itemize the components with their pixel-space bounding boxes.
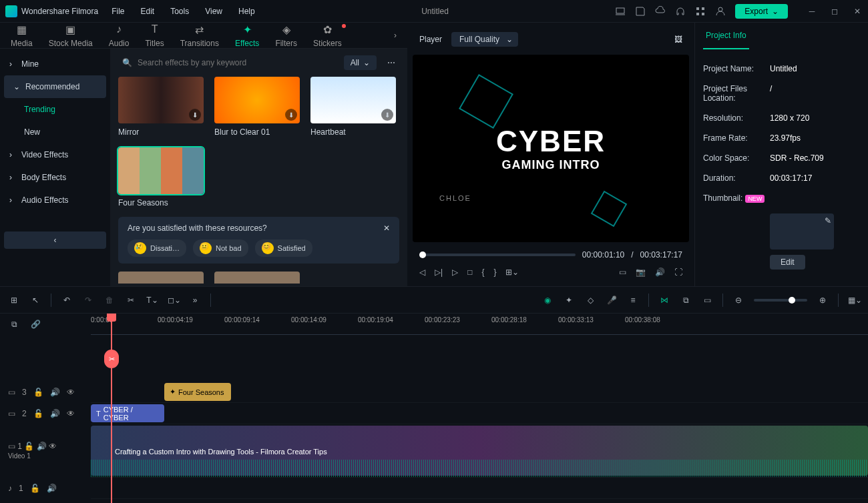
volume-icon[interactable]: 🔊 [655,268,665,277]
close-button[interactable]: ✕ [852,6,863,17]
progress-bar[interactable] [419,254,576,256]
eye-icon[interactable]: 👁 [67,388,75,397]
effect-card[interactable]: Four Seasons [118,147,204,207]
tab-stock-media[interactable]: ▣Stock Media [41,23,101,48]
download-icon[interactable]: ⬇ [189,109,201,121]
prev-frame-button[interactable]: ◁ [419,268,425,277]
tab-transitions[interactable]: ⇄Transitions [172,23,227,48]
sidebar-item-mine[interactable]: ›Mine [0,53,110,75]
delete-button[interactable]: 🗑 [103,296,116,305]
text-button[interactable]: T⌄ [146,296,158,305]
fullscreen-icon[interactable]: ⛶ [674,268,682,277]
project-info-tab[interactable]: Project Info [703,23,749,49]
display-button[interactable]: ▭ [619,268,626,277]
tab-titles[interactable]: TTitles [137,23,172,48]
sparkle-icon[interactable]: ✦ [563,296,575,305]
device-icon[interactable] [615,6,626,17]
filter-dropdown[interactable]: All⌄ [344,55,377,70]
track-view-button[interactable]: ▦⌄ [848,296,860,305]
progress-knob[interactable] [419,252,426,258]
layout-icon[interactable]: ⊞ [8,296,20,305]
download-icon[interactable]: ⬇ [381,109,393,121]
track-lane-3[interactable]: ✦Four Seasons [91,382,868,403]
track-head-1[interactable]: ▭ 1 🔓 🔊 👁Video 1 [0,424,91,478]
cloud-icon[interactable] [655,6,666,17]
play-button[interactable]: ▷ [452,268,458,277]
zoom-knob[interactable] [789,297,795,304]
edit-button[interactable]: Edit [770,255,805,270]
eye-icon[interactable]: 👁 [49,442,57,451]
user-icon[interactable] [715,6,726,17]
zoom-slider[interactable] [754,299,807,302]
effect-card[interactable]: ⬇ Heartbeat [310,77,396,137]
undo-button[interactable]: ↶ [61,296,73,305]
magnet-icon[interactable]: ⋈ [658,296,670,305]
mark-out-button[interactable]: } [493,268,496,277]
mute-icon[interactable]: 🔊 [37,442,47,451]
crop-button[interactable]: ◻⌄ [168,296,180,305]
marker-icon[interactable]: ▭ [701,296,713,305]
close-icon[interactable]: ✕ [383,223,390,233]
sidebar-item-video-effects[interactable]: ›Video Effects [0,143,110,166]
sidebar-sub-trending[interactable]: Trending [0,98,110,121]
tab-filters[interactable]: ◈Filters [267,23,305,48]
snapshot-icon[interactable]: 🖼 [674,35,682,44]
scissors-handle[interactable]: ✂ [104,350,119,368]
link-track-icon[interactable]: 🔗 [29,320,41,329]
minimize-button[interactable]: ─ [807,6,817,17]
sidebar-sub-new[interactable]: New [0,121,110,143]
shield-icon[interactable]: ◇ [584,296,596,305]
next-frame-button[interactable]: ▷| [435,268,443,277]
menu-edit[interactable]: Edit [141,7,155,16]
mic-icon[interactable]: 🎤 [606,296,618,305]
feedback-notbad[interactable]: 😐Not bad [193,239,248,257]
eye-icon[interactable]: 👁 [67,409,75,418]
effect-card[interactable]: ⬇ Mirror [118,77,204,137]
track-lane-audio[interactable] [91,478,868,499]
track-lane-2[interactable]: TCYBER / CYBER [91,403,868,424]
apps-icon[interactable] [695,6,706,17]
menu-file[interactable]: File [112,7,124,16]
zoom-out-button[interactable]: ⊖ [732,296,744,305]
tabs-more-button[interactable]: › [386,31,405,40]
track-head-3[interactable]: ▭3🔓🔊👁 [0,382,91,403]
link-icon[interactable]: ⧉ [680,296,692,305]
clip-title[interactable]: TCYBER / CYBER [91,404,164,422]
redo-button[interactable]: ↷ [82,296,94,305]
sidebar-item-recommended[interactable]: ⌄Recommended [4,75,106,98]
copy-icon[interactable]: ⧉ [8,320,20,329]
export-button[interactable]: Export ⌄ [735,4,788,19]
sidebar-item-body-effects[interactable]: ›Body Effects [0,166,110,189]
stop-button[interactable]: □ [467,268,472,277]
clip-effect[interactable]: ✦Four Seasons [164,383,231,401]
ai-icon[interactable]: ◉ [541,296,554,305]
tab-effects[interactable]: ✦Effects [227,23,267,48]
maximize-button[interactable]: ◻ [829,6,840,17]
menu-view[interactable]: View [205,7,222,16]
more-tools-button[interactable]: » [189,296,201,305]
headphones-icon[interactable] [675,6,686,17]
ratio-button[interactable]: ⊞⌄ [505,268,519,277]
sidebar-collapse-button[interactable]: ‹ [4,231,106,249]
tab-stickers[interactable]: ✿Stickers [305,23,350,48]
pencil-icon[interactable]: ✎ [825,216,831,225]
timeline-ruler[interactable]: 0:00:00 00:00:04:19 00:00:09:14 00:00:14… [91,314,868,335]
zoom-in-button[interactable]: ⊕ [817,296,829,305]
quality-dropdown[interactable]: Full Quality [451,32,518,47]
list-icon[interactable]: ≡ [627,296,639,305]
menu-help[interactable]: Help [238,7,255,16]
track-head-audio[interactable]: ♪1🔓🔊 [0,478,91,499]
timeline-tracks[interactable]: 0:00:00 00:00:04:19 00:00:09:14 00:00:14… [91,314,868,503]
search-input[interactable] [138,58,333,67]
effect-card-partial[interactable] [118,272,204,284]
lock-icon[interactable]: 🔓 [33,388,43,397]
playhead[interactable]: ✂ [111,314,112,503]
sidebar-item-audio-effects[interactable]: ›Audio Effects [0,189,110,211]
save-icon[interactable] [635,6,646,17]
tab-media[interactable]: ▦Media [3,23,41,48]
mute-icon[interactable]: 🔊 [47,484,57,493]
lock-icon[interactable]: 🔓 [33,409,43,418]
effect-card-partial[interactable] [214,272,300,284]
lock-icon[interactable]: 🔓 [30,484,40,493]
camera-icon[interactable]: 📷 [636,268,646,277]
